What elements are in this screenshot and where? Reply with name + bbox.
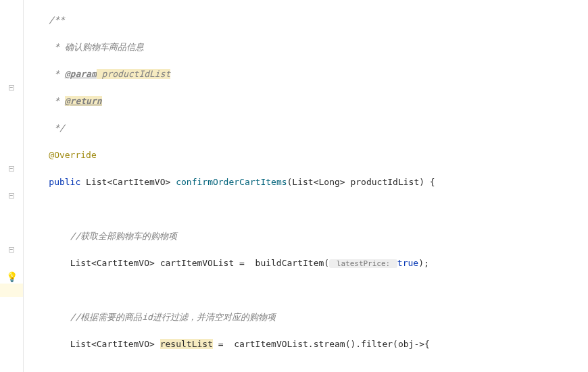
code-editor[interactable]: /** * 确认购物车商品信息 * @param productIdList *… xyxy=(24,0,588,372)
fold-minus-icon[interactable]: − xyxy=(9,247,14,253)
parameter-hint: latestPrice: xyxy=(329,259,397,268)
javadoc-return-tag: @return xyxy=(65,96,102,106)
fold-minus-icon[interactable]: − xyxy=(9,85,14,90)
fold-minus-icon[interactable]: − xyxy=(9,193,14,198)
javadoc-param-tag: @param xyxy=(65,69,97,79)
comment: //获取全部购物车的购物项 xyxy=(70,231,178,241)
variable-resultlist: resultList xyxy=(160,339,213,349)
javadoc-param-name: productIdList xyxy=(97,69,171,79)
override-annotation: @Override xyxy=(49,150,96,160)
intention-bulb-icon[interactable]: 💡 xyxy=(6,270,18,284)
javadoc-open: /** xyxy=(49,15,64,25)
comment: //根据需要的商品id进行过滤，并清空对应的购物项 xyxy=(70,312,276,322)
method-name: confirmOrderCartItems xyxy=(176,177,287,187)
javadoc-desc: * 确认购物车商品信息 xyxy=(49,42,143,52)
javadoc-close: */ xyxy=(49,123,64,133)
editor-gutter: − − − − 💡 xyxy=(0,0,24,372)
fold-minus-icon[interactable]: − xyxy=(9,166,14,171)
